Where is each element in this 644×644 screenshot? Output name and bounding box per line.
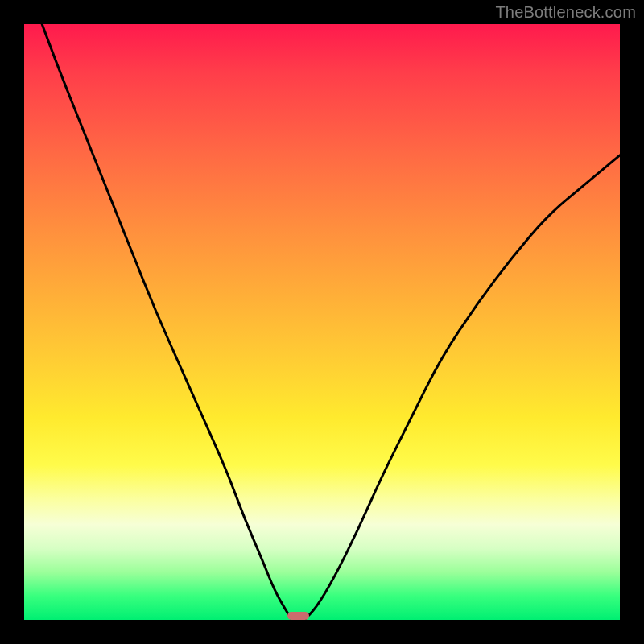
watermark-text: TheBottleneck.com xyxy=(495,3,636,22)
bottleneck-marker xyxy=(287,612,309,620)
plot-area xyxy=(24,24,620,620)
curve-left-branch xyxy=(42,24,292,620)
curve-layer xyxy=(24,24,620,620)
chart-frame: TheBottleneck.com xyxy=(0,0,644,644)
curve-right-branch xyxy=(304,155,620,620)
